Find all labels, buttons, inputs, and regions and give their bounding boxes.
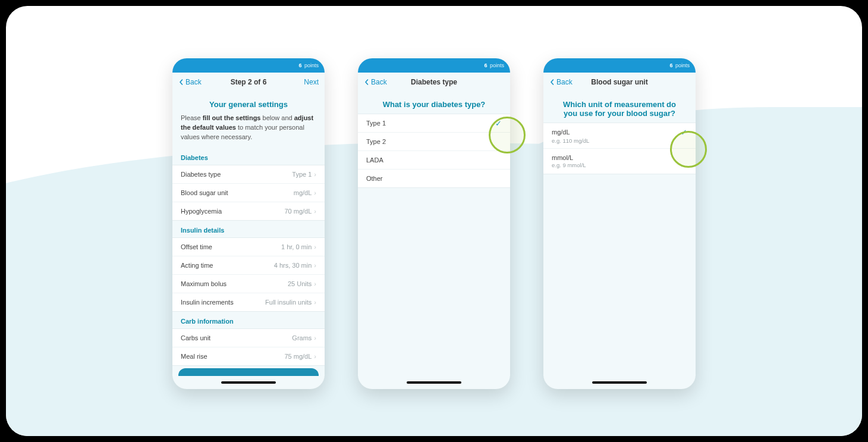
phones-row: 6 points Back Step 2 of 6 Next Your gene…: [6, 58, 862, 389]
page-heading: What is your diabetes type?: [358, 92, 510, 114]
row-hypoglycemia[interactable]: Hypoglycemia 70 mg/dL›: [172, 202, 325, 220]
home-indicator: [543, 376, 696, 389]
chevron-right-icon: ›: [314, 280, 316, 287]
next-button[interactable]: Next: [304, 78, 319, 86]
home-indicator: [172, 376, 325, 389]
points-value: 6: [484, 62, 487, 68]
points-label: points: [303, 62, 319, 68]
row-acting-time[interactable]: Acting time 4 hrs, 30 min›: [172, 256, 325, 275]
chevron-right-icon: ›: [314, 334, 316, 341]
list-carbs: Carbs unit Grams› Meal rise 75 mg/dL›: [172, 328, 325, 366]
option-other[interactable]: Other: [358, 170, 510, 187]
status-bar: 6 points: [172, 58, 325, 73]
list-insulin: Offset time 1 hr, 0 min› Acting time 4 h…: [172, 237, 325, 312]
status-bar: 6 points: [358, 58, 510, 73]
chevron-right-icon: ›: [314, 299, 316, 306]
row-insulin-increments[interactable]: Insulin increments Full insulin units›: [172, 293, 325, 311]
bottom-action-bar[interactable]: [178, 368, 319, 376]
option-mmoll[interactable]: mmol/L e.g. 9 mmol/L: [543, 149, 696, 174]
nav-bar: Back Diabetes type: [358, 73, 510, 92]
chevron-right-icon: ›: [314, 353, 316, 360]
section-label-carbs: Carb information: [172, 312, 325, 328]
chevron-right-icon: ›: [314, 189, 316, 196]
row-maximum-bolus[interactable]: Maximum bolus 25 Units›: [172, 275, 325, 293]
points-value: 6: [669, 62, 672, 68]
option-type-2[interactable]: Type 2: [358, 133, 510, 151]
chevron-right-icon: ›: [314, 243, 316, 250]
check-icon: ✓: [681, 128, 687, 137]
canvas: 6 points Back Step 2 of 6 Next Your gene…: [6, 6, 862, 436]
phone-blood-sugar-unit: 6 points Back Blood sugar unit Which uni…: [543, 58, 696, 389]
phone-diabetes-type: 6 points Back Diabetes type What is your…: [358, 58, 510, 389]
chevron-right-icon: ›: [314, 208, 316, 215]
option-lada[interactable]: LADA: [358, 151, 510, 170]
option-mgdl[interactable]: mg/dL ✓ e.g. 110 mg/dL: [543, 123, 696, 149]
screen-content: What is your diabetes type? Type 1✓ Type…: [358, 92, 510, 376]
option-type-1[interactable]: Type 1✓: [358, 114, 510, 133]
list-diabetes-types: Type 1✓ Type 2 LADA Other: [358, 114, 510, 188]
nav-bar: Back Blood sugar unit: [543, 73, 696, 92]
chevron-left-icon: [178, 79, 184, 85]
row-diabetes-type[interactable]: Diabetes type Type 1›: [172, 165, 325, 184]
check-icon: ✓: [495, 119, 502, 128]
list-units: mg/dL ✓ e.g. 110 mg/dL mmol/L e.g. 9 mmo…: [543, 123, 696, 174]
screen-content: Which unit of measurement do you use for…: [543, 92, 696, 376]
page-heading: Which unit of measurement do you use for…: [543, 92, 696, 123]
section-label-diabetes: Diabetes: [172, 148, 325, 165]
back-button[interactable]: Back: [364, 78, 387, 86]
chevron-right-icon: ›: [314, 171, 316, 178]
home-indicator: [358, 376, 510, 389]
back-button[interactable]: Back: [549, 78, 573, 86]
row-carbs-unit[interactable]: Carbs unit Grams›: [172, 329, 325, 347]
chevron-left-icon: [549, 79, 555, 85]
back-button[interactable]: Back: [178, 78, 202, 86]
section-label-insulin: Insulin details: [172, 221, 325, 237]
phone-settings: 6 points Back Step 2 of 6 Next Your gene…: [172, 58, 325, 389]
points-label: points: [674, 62, 690, 68]
intro-text: Please fill out the settings below and a…: [172, 114, 325, 148]
row-offset-time[interactable]: Offset time 1 hr, 0 min›: [172, 238, 325, 256]
page-heading: Your general settings: [172, 92, 325, 114]
points-value: 6: [298, 62, 301, 68]
row-meal-rise[interactable]: Meal rise 75 mg/dL›: [172, 347, 325, 365]
screen-content: Your general settings Please fill out th…: [172, 92, 325, 376]
chevron-right-icon: ›: [314, 262, 316, 269]
nav-bar: Back Step 2 of 6 Next: [172, 73, 325, 92]
status-bar: 6 points: [543, 58, 696, 73]
row-blood-sugar-unit[interactable]: Blood sugar unit mg/dL›: [172, 184, 325, 202]
list-diabetes: Diabetes type Type 1› Blood sugar unit m…: [172, 165, 325, 221]
points-label: points: [488, 62, 504, 68]
chevron-left-icon: [364, 79, 370, 85]
